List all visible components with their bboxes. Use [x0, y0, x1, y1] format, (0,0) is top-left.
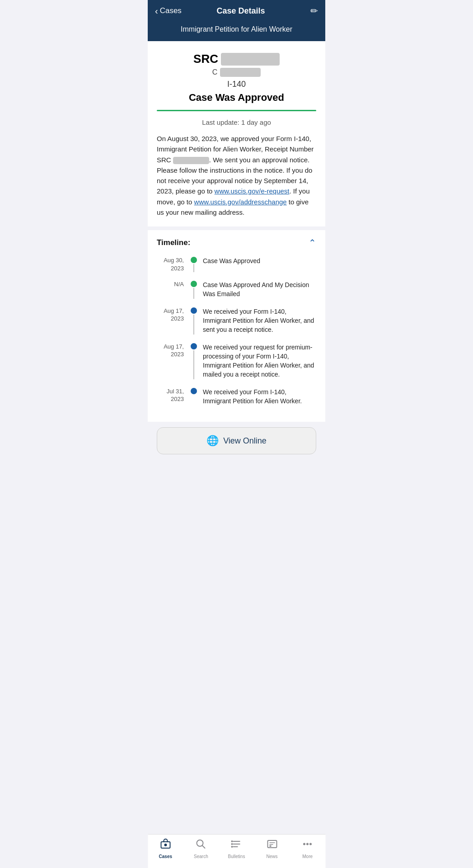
edit-button[interactable]: ✏ [300, 5, 318, 16]
timeline-indicator [188, 255, 199, 272]
timeline-date: Aug 30,2023 [157, 255, 188, 272]
view-online-label: View Online [223, 436, 267, 446]
cases-icon [159, 838, 171, 853]
page-wrapper: ‹ Cases Case Details ✏ Immigrant Petitio… [148, 0, 325, 507]
receipt-redacted [173, 157, 209, 164]
bulletins-nav-label: Bulletins [228, 854, 245, 859]
svg-point-16 [309, 843, 312, 845]
case-description: On August 30, 2023, we approved your For… [157, 133, 316, 217]
timeline-indicator [188, 279, 199, 299]
back-button[interactable]: ‹ Cases [155, 6, 182, 16]
timeline-line [193, 288, 194, 299]
case-number-main: SRC [157, 52, 316, 66]
svg-point-9 [231, 846, 233, 848]
case-number-prefix: SRC [193, 52, 218, 66]
timeline-item: Aug 17,2023 We received your request for… [157, 342, 316, 379]
timeline-line [193, 350, 194, 379]
timeline-header: Timeline: ⌃ [157, 237, 316, 248]
timeline-indicator [188, 306, 199, 335]
timeline-date: Jul 31,2023 [157, 387, 188, 406]
main-content: SRC C I-140 Case Was Approved Last updat… [148, 41, 325, 226]
nav-item-news[interactable]: News [258, 838, 286, 859]
search-nav-label: Search [194, 854, 208, 859]
news-icon [266, 838, 278, 853]
timeline-item: Aug 30,2023 Case Was Approved [157, 255, 316, 272]
svg-point-1 [164, 844, 167, 846]
timeline-date: N/A [157, 279, 188, 299]
timeline-event-text: Case Was Approved And My Decision Was Em… [199, 279, 316, 299]
addresschange-link[interactable]: www.uscis.gov/addresschange [194, 198, 287, 206]
timeline-event-text: We received your Form I-140, Immigrant P… [199, 387, 316, 406]
timeline-label: Timeline: [157, 238, 190, 247]
svg-rect-13 [269, 845, 271, 847]
sub-header-text: Immigrant Petition for Alien Worker [181, 25, 292, 33]
timeline-event-text: We received your request for premium-pro… [199, 342, 316, 379]
svg-point-7 [231, 840, 233, 842]
status-divider [157, 110, 316, 111]
timeline-dot-green [191, 281, 197, 287]
erequest-link[interactable]: www.uscis.gov/e-request [215, 187, 290, 195]
bottom-nav: Cases Search Bulletins [148, 834, 325, 868]
news-nav-label: News [267, 854, 278, 859]
timeline-date: Aug 17,2023 [157, 342, 188, 379]
svg-point-15 [306, 843, 309, 845]
timeline-dot-blue [191, 388, 197, 394]
edit-icon: ✏ [310, 6, 318, 16]
nav-item-bulletins[interactable]: Bulletins [223, 838, 250, 859]
timeline-event-text: Case Was Approved [199, 255, 316, 272]
nav-item-more[interactable]: More [294, 838, 321, 859]
timeline-line [193, 264, 194, 272]
globe-icon: 🌐 [206, 435, 219, 447]
case-sub-number: C [157, 68, 316, 77]
case-number-area: SRC C I-140 Case Was Approved [157, 52, 316, 104]
nav-item-search[interactable]: Search [187, 838, 215, 859]
timeline-date: Aug 17,2023 [157, 306, 188, 335]
page-title: Case Details [182, 6, 300, 16]
back-label: Cases [160, 6, 182, 15]
nav-item-cases[interactable]: Cases [152, 838, 179, 859]
case-number-redacted [221, 53, 280, 66]
nav-bar: ‹ Cases Case Details ✏ [148, 0, 325, 21]
timeline-dot-blue [191, 307, 197, 314]
timeline-section: Timeline: ⌃ Aug 30,2023 Case Was Approve… [148, 230, 325, 422]
back-chevron-icon: ‹ [155, 6, 158, 16]
search-icon [195, 838, 207, 853]
timeline-dot-blue [191, 343, 197, 349]
timeline-collapse-button[interactable]: ⌃ [309, 237, 316, 248]
more-nav-label: More [302, 854, 313, 859]
more-icon [302, 838, 314, 853]
svg-rect-10 [267, 840, 276, 848]
timeline-list: Aug 30,2023 Case Was Approved N/A Case W… [157, 255, 316, 406]
sub-number-redacted [220, 68, 261, 77]
svg-line-3 [202, 846, 205, 849]
bulletins-icon [230, 838, 242, 853]
sub-number-prefix: C [212, 68, 218, 76]
timeline-item: N/A Case Was Approved And My Decision Wa… [157, 279, 316, 299]
timeline-item: Jul 31,2023 We received your Form I-140,… [157, 387, 316, 406]
case-status: Case Was Approved [157, 92, 316, 104]
timeline-event-text: We received your Form I-140, Immigrant P… [199, 306, 316, 335]
svg-point-8 [231, 843, 233, 845]
last-update: Last update: 1 day ago [157, 118, 316, 126]
svg-point-14 [303, 843, 305, 845]
timeline-indicator [188, 342, 199, 379]
view-online-button[interactable]: 🌐 View Online [157, 427, 316, 454]
sub-header: Immigrant Petition for Alien Worker [148, 21, 325, 41]
timeline-item: Aug 17,2023 We received your Form I-140,… [157, 306, 316, 335]
cases-nav-label: Cases [159, 854, 172, 859]
timeline-indicator [188, 387, 199, 406]
timeline-dot-green [191, 257, 197, 263]
timeline-line [193, 315, 194, 335]
form-type: I-140 [157, 80, 316, 89]
